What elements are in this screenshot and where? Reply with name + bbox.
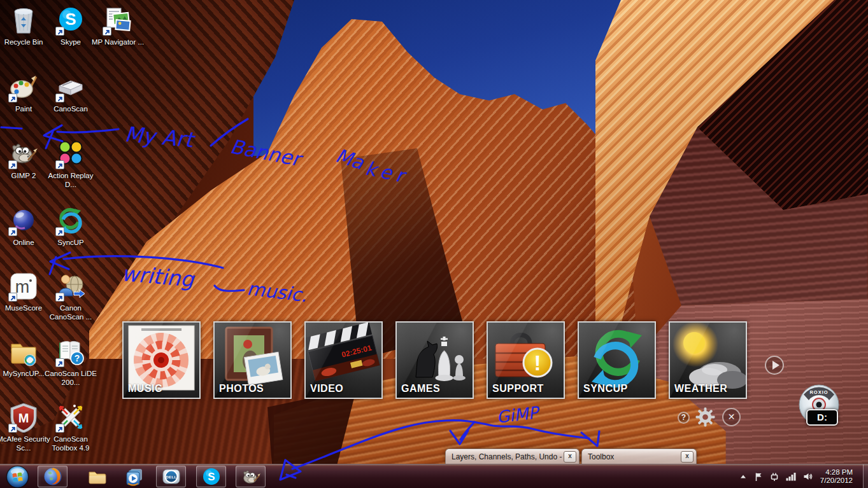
dock-tile-photos[interactable]: PHOTOS — [213, 321, 292, 399]
svg-text:?: ? — [75, 353, 80, 363]
shortcut-arrow-icon — [55, 424, 64, 433]
action-center-flag-icon[interactable] — [754, 472, 763, 482]
gimp-wilber-icon — [241, 467, 260, 487]
shortcut-arrow-icon — [103, 27, 111, 36]
svg-text:m: m — [15, 277, 30, 296]
dock-help-button[interactable]: ? — [678, 412, 690, 424]
shortcut-arrow-icon — [55, 358, 64, 367]
dock-tile-label: GAMES — [401, 383, 440, 394]
paint-palette-icon — [8, 72, 39, 102]
shortcut-arrow-icon — [8, 293, 17, 302]
desktop-icon-syncup[interactable]: SyncUP — [42, 206, 99, 247]
taskbar-button-dell[interactable]: DELL — [156, 466, 186, 487]
desktop-icon-canoscan-lide[interactable]: ? CanoScan LiDE 200... — [42, 337, 99, 387]
dock-tile-music[interactable]: MUSIC — [122, 321, 201, 399]
dock-tile-support[interactable]: ! SUPPORT — [487, 321, 565, 399]
svg-text:!: ! — [534, 351, 541, 375]
taskbar-button-firefox[interactable] — [38, 466, 68, 487]
skype-icon: S — [55, 5, 86, 36]
musescore-icon: m — [8, 271, 39, 302]
shortcut-arrow-icon — [55, 160, 64, 169]
dock-tile-syncup[interactable]: SYNCUP — [578, 321, 656, 399]
desktop-icon-canon-canoscan[interactable]: Canon CanoScan ... — [42, 271, 99, 321]
system-tray: 4:28 PM 7/20/2012 — [739, 464, 860, 488]
dock-settings-button[interactable] — [695, 407, 715, 429]
desktop-icon-label: Canon CanoScan ... — [42, 303, 99, 321]
desktop-icon-label: SyncUP — [42, 238, 99, 247]
dell-icon: DELL — [162, 467, 181, 486]
show-desktop-button[interactable] — [863, 464, 868, 488]
window-close-button[interactable]: x — [681, 451, 694, 463]
dock-tile-label: MUSIC — [128, 383, 162, 394]
start-button[interactable] — [4, 466, 31, 487]
desktop-icon-label: CanoScan — [42, 104, 99, 113]
dock-tile-label: PHOTOS — [219, 383, 264, 394]
window-titlebar-toolbox[interactable]: Toolbox x — [581, 449, 697, 464]
windows-media-player-icon — [125, 467, 144, 486]
desktop-icon-canoscan[interactable]: CanoScan — [42, 72, 99, 113]
shortcut-arrow-icon — [55, 94, 64, 102]
taskbar-button-media-player[interactable] — [122, 466, 146, 487]
svg-text:ROXIO: ROXIO — [809, 389, 828, 395]
taskbar: DELL S — [0, 464, 868, 488]
shortcut-arrow-icon — [55, 227, 64, 236]
volume-speaker-icon[interactable] — [803, 472, 814, 481]
dock-tile-games[interactable]: GAMES — [395, 321, 474, 399]
dock-tile-label: SYNCUP — [583, 383, 628, 394]
sync-arrows-icon — [55, 206, 86, 236]
network-signal-icon[interactable] — [786, 472, 797, 481]
power-plug-icon[interactable] — [769, 472, 779, 482]
desktop-icon-mp-navigator[interactable]: MP Navigator ... — [89, 5, 146, 46]
window-titlebar-layers[interactable]: Layers, Channels, Paths, Undo - B... x — [445, 449, 580, 464]
canon-user-globe-icon — [55, 271, 86, 302]
shortcut-arrow-icon — [8, 227, 17, 236]
desktop-icon-canoscan-toolbox[interactable]: CanoScan Toolbox 4.9 — [42, 402, 99, 452]
mcafee-shield-icon: M — [8, 402, 39, 433]
window-title: Layers, Channels, Paths, Undo - B... — [452, 452, 564, 461]
desktop-icon-label: CanoScan LiDE 200... — [42, 369, 99, 387]
drive-label: D: — [806, 409, 838, 426]
clock-time: 4:28 PM — [820, 468, 853, 477]
hidden-icons-chevron-icon[interactable] — [739, 473, 748, 480]
desktop-icon-label: Action Replay D... — [42, 171, 99, 189]
dock-tile-label: VIDEO — [310, 383, 343, 394]
recycle-bin-icon — [8, 5, 39, 36]
dock-tile-video[interactable]: 02:25:01 VIDEO — [304, 321, 383, 399]
online-sphere-icon — [8, 206, 39, 236]
desktop-icon-label: MP Navigator ... — [89, 38, 146, 46]
taskbar-button-skype[interactable]: S — [196, 466, 226, 487]
shortcut-arrow-icon — [8, 424, 17, 433]
folder-sync-icon — [8, 337, 39, 367]
window-close-button[interactable]: x — [564, 451, 576, 463]
taskbar-button-gimp[interactable] — [236, 466, 266, 487]
svg-text:DELL: DELL — [166, 475, 176, 479]
clock-date: 7/20/2012 — [820, 477, 853, 485]
firefox-icon — [43, 467, 62, 486]
help-icon: ? — [681, 413, 686, 422]
taskbar-button-explorer[interactable] — [85, 466, 108, 487]
dock-play-button[interactable] — [765, 356, 784, 375]
desktop-icon-label: CanoScan Toolbox 4.9 — [42, 435, 99, 452]
dock-tile-weather[interactable]: WEATHER — [669, 321, 747, 399]
play-icon — [772, 361, 779, 370]
svg-text:S: S — [65, 10, 76, 29]
shortcut-arrow-icon — [55, 27, 64, 36]
dock-tile-label: SUPPORT — [492, 383, 544, 394]
windows-start-icon — [6, 465, 29, 488]
mp-navigator-icon — [103, 5, 133, 36]
svg-text:S: S — [208, 471, 215, 483]
shortcut-arrow-icon — [8, 160, 17, 169]
close-icon: ✕ — [728, 412, 736, 422]
desktop-screen: Recycle Bin S Skype MP Navigator — [0, 0, 868, 488]
dock-close-button[interactable]: ✕ — [722, 408, 741, 426]
windows-explorer-folder-icon — [87, 467, 106, 486]
shortcut-arrow-icon — [8, 94, 17, 102]
manual-help-icon: ? — [55, 337, 86, 367]
svg-text:M: M — [18, 411, 29, 425]
shortcut-arrow-icon — [55, 293, 64, 302]
toolbox-arrows-icon — [55, 402, 86, 433]
skype-icon: S — [202, 467, 221, 486]
dock-tile-label: WEATHER — [674, 383, 727, 394]
taskbar-clock[interactable]: 4:28 PM 7/20/2012 — [820, 468, 853, 485]
desktop-icon-action-replay[interactable]: Action Replay D... — [42, 139, 99, 189]
